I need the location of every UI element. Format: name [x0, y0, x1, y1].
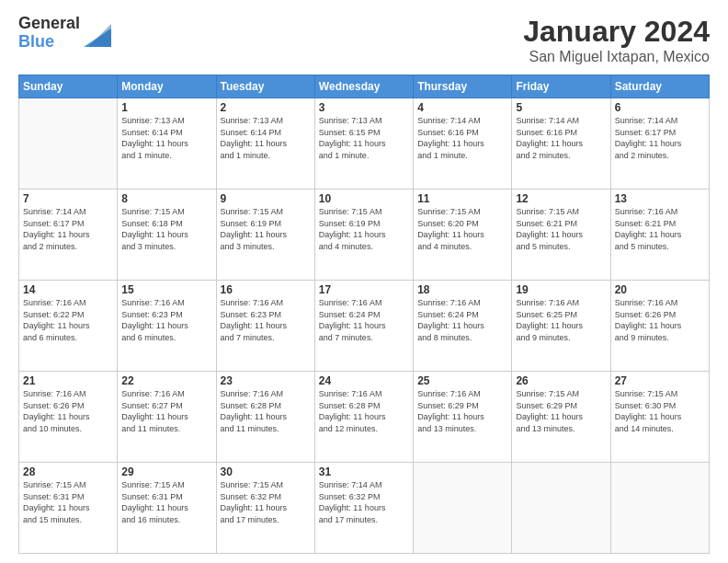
day-info: Sunrise: 7:16 AM Sunset: 6:28 PM Dayligh…: [221, 388, 311, 434]
day-number: 14: [23, 283, 113, 296]
day-info: Sunrise: 7:15 AM Sunset: 6:19 PM Dayligh…: [319, 206, 409, 252]
day-info: Sunrise: 7:13 AM Sunset: 6:14 PM Dayligh…: [221, 115, 311, 161]
day-number: 25: [417, 374, 507, 387]
day-cell: 22Sunrise: 7:16 AM Sunset: 6:27 PM Dayli…: [118, 372, 216, 463]
day-info: Sunrise: 7:15 AM Sunset: 6:20 PM Dayligh…: [417, 206, 507, 252]
day-info: Sunrise: 7:15 AM Sunset: 6:30 PM Dayligh…: [615, 388, 705, 434]
day-number: 7: [23, 192, 113, 205]
day-number: 19: [516, 283, 606, 296]
day-info: Sunrise: 7:15 AM Sunset: 6:32 PM Dayligh…: [221, 479, 311, 525]
day-number: 28: [23, 465, 113, 478]
day-info: Sunrise: 7:14 AM Sunset: 6:17 PM Dayligh…: [23, 206, 113, 252]
day-info: Sunrise: 7:16 AM Sunset: 6:26 PM Dayligh…: [23, 388, 113, 434]
day-info: Sunrise: 7:15 AM Sunset: 6:31 PM Dayligh…: [23, 479, 113, 525]
week-row-0: 1Sunrise: 7:13 AM Sunset: 6:14 PM Daylig…: [19, 98, 710, 190]
day-number: 17: [319, 283, 409, 296]
svg-marker-1: [88, 24, 111, 47]
day-cell: 4Sunrise: 7:14 AM Sunset: 6:16 PM Daylig…: [414, 98, 512, 190]
day-cell: [610, 463, 709, 554]
day-number: 11: [417, 192, 507, 205]
day-cell: 2Sunrise: 7:13 AM Sunset: 6:14 PM Daylig…: [216, 98, 314, 190]
day-number: 29: [121, 465, 211, 478]
weekday-header-sunday: Sunday: [19, 75, 118, 98]
day-cell: 12Sunrise: 7:15 AM Sunset: 6:21 PM Dayli…: [512, 190, 610, 281]
day-info: Sunrise: 7:16 AM Sunset: 6:27 PM Dayligh…: [121, 388, 211, 434]
day-cell: 20Sunrise: 7:16 AM Sunset: 6:26 PM Dayli…: [610, 281, 709, 372]
day-info: Sunrise: 7:16 AM Sunset: 6:24 PM Dayligh…: [417, 297, 507, 343]
day-cell: 14Sunrise: 7:16 AM Sunset: 6:22 PM Dayli…: [19, 281, 118, 372]
day-number: 26: [516, 374, 606, 387]
day-info: Sunrise: 7:16 AM Sunset: 6:24 PM Dayligh…: [319, 297, 409, 343]
day-number: 13: [615, 192, 705, 205]
weekday-header-monday: Monday: [118, 75, 216, 98]
weekday-header-row: SundayMondayTuesdayWednesdayThursdayFrid…: [19, 75, 710, 98]
day-info: Sunrise: 7:16 AM Sunset: 6:23 PM Dayligh…: [221, 297, 311, 343]
page: General Blue January 2024 San Miguel Ixt…: [0, 0, 728, 563]
calendar-table: SundayMondayTuesdayWednesdayThursdayFrid…: [18, 75, 710, 554]
day-number: 3: [319, 101, 409, 114]
day-number: 2: [221, 101, 311, 114]
day-info: Sunrise: 7:15 AM Sunset: 6:18 PM Dayligh…: [121, 206, 211, 252]
day-number: 8: [121, 192, 211, 205]
day-info: Sunrise: 7:13 AM Sunset: 6:14 PM Dayligh…: [121, 115, 211, 161]
day-cell: 9Sunrise: 7:15 AM Sunset: 6:19 PM Daylig…: [216, 190, 314, 281]
week-row-2: 14Sunrise: 7:16 AM Sunset: 6:22 PM Dayli…: [19, 281, 710, 372]
day-number: 15: [121, 283, 211, 296]
day-info: Sunrise: 7:16 AM Sunset: 6:21 PM Dayligh…: [615, 206, 705, 252]
day-number: 22: [121, 374, 211, 387]
day-cell: 24Sunrise: 7:16 AM Sunset: 6:28 PM Dayli…: [314, 372, 413, 463]
day-cell: 19Sunrise: 7:16 AM Sunset: 6:25 PM Dayli…: [512, 281, 610, 372]
day-info: Sunrise: 7:15 AM Sunset: 6:29 PM Dayligh…: [516, 388, 606, 434]
day-number: 18: [417, 283, 507, 296]
subtitle: San Miguel Ixtapan, Mexico: [523, 49, 710, 65]
day-number: 31: [319, 465, 409, 478]
day-cell: 27Sunrise: 7:15 AM Sunset: 6:30 PM Dayli…: [610, 372, 709, 463]
day-info: Sunrise: 7:16 AM Sunset: 6:25 PM Dayligh…: [516, 297, 606, 343]
day-number: 1: [121, 101, 211, 114]
day-cell: 7Sunrise: 7:14 AM Sunset: 6:17 PM Daylig…: [19, 190, 118, 281]
day-cell: 31Sunrise: 7:14 AM Sunset: 6:32 PM Dayli…: [314, 463, 413, 554]
day-number: 21: [23, 374, 113, 387]
day-number: 27: [615, 374, 705, 387]
calendar-body: 1Sunrise: 7:13 AM Sunset: 6:14 PM Daylig…: [19, 98, 710, 554]
day-cell: 26Sunrise: 7:15 AM Sunset: 6:29 PM Dayli…: [512, 372, 610, 463]
day-cell: 25Sunrise: 7:16 AM Sunset: 6:29 PM Dayli…: [414, 372, 512, 463]
logo-blue: Blue: [18, 33, 80, 52]
day-number: 24: [319, 374, 409, 387]
week-row-1: 7Sunrise: 7:14 AM Sunset: 6:17 PM Daylig…: [19, 190, 710, 281]
day-cell: 6Sunrise: 7:14 AM Sunset: 6:17 PM Daylig…: [610, 98, 709, 190]
day-info: Sunrise: 7:16 AM Sunset: 6:26 PM Dayligh…: [615, 297, 705, 343]
weekday-header-saturday: Saturday: [610, 75, 709, 98]
title-block: January 2024 San Miguel Ixtapan, Mexico: [523, 15, 710, 65]
day-cell: 8Sunrise: 7:15 AM Sunset: 6:18 PM Daylig…: [118, 190, 216, 281]
day-cell: 15Sunrise: 7:16 AM Sunset: 6:23 PM Dayli…: [118, 281, 216, 372]
day-cell: 16Sunrise: 7:16 AM Sunset: 6:23 PM Dayli…: [216, 281, 314, 372]
logo-general: General: [18, 15, 80, 33]
day-info: Sunrise: 7:13 AM Sunset: 6:15 PM Dayligh…: [319, 115, 409, 161]
day-info: Sunrise: 7:14 AM Sunset: 6:16 PM Dayligh…: [417, 115, 507, 161]
day-cell: 18Sunrise: 7:16 AM Sunset: 6:24 PM Dayli…: [414, 281, 512, 372]
calendar-header: SundayMondayTuesdayWednesdayThursdayFrid…: [19, 75, 710, 98]
day-number: 12: [516, 192, 606, 205]
day-info: Sunrise: 7:16 AM Sunset: 6:22 PM Dayligh…: [23, 297, 113, 343]
day-cell: 11Sunrise: 7:15 AM Sunset: 6:20 PM Dayli…: [414, 190, 512, 281]
day-number: 6: [615, 101, 705, 114]
day-cell: 17Sunrise: 7:16 AM Sunset: 6:24 PM Dayli…: [314, 281, 413, 372]
weekday-header-wednesday: Wednesday: [314, 75, 413, 98]
day-number: 5: [516, 101, 606, 114]
day-info: Sunrise: 7:15 AM Sunset: 6:31 PM Dayligh…: [121, 479, 211, 525]
day-number: 20: [615, 283, 705, 296]
day-cell: 29Sunrise: 7:15 AM Sunset: 6:31 PM Dayli…: [118, 463, 216, 554]
day-cell: [512, 463, 610, 554]
day-cell: 21Sunrise: 7:16 AM Sunset: 6:26 PM Dayli…: [19, 372, 118, 463]
day-number: 23: [221, 374, 311, 387]
logo-text: General Blue: [18, 15, 80, 52]
day-cell: [414, 463, 512, 554]
weekday-header-thursday: Thursday: [414, 75, 512, 98]
weekday-header-friday: Friday: [512, 75, 610, 98]
day-number: 10: [319, 192, 409, 205]
day-cell: 1Sunrise: 7:13 AM Sunset: 6:14 PM Daylig…: [118, 98, 216, 190]
day-info: Sunrise: 7:16 AM Sunset: 6:29 PM Dayligh…: [417, 388, 507, 434]
day-cell: 23Sunrise: 7:16 AM Sunset: 6:28 PM Dayli…: [216, 372, 314, 463]
day-info: Sunrise: 7:14 AM Sunset: 6:17 PM Dayligh…: [615, 115, 705, 161]
